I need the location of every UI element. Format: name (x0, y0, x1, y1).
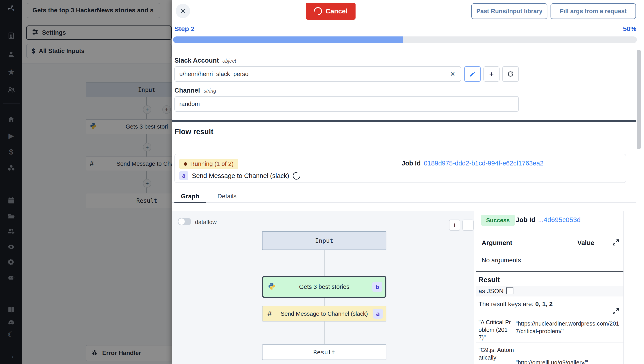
tab-details[interactable]: Details (210, 193, 244, 200)
graph-node-slack[interactable]: # Send Message to Channel (slack) a (262, 306, 386, 322)
flow-result-card: Running (1 of 2) Job Id 0189d975-ddd2-b1… (174, 154, 626, 183)
loading-spinner-icon (291, 170, 302, 181)
clear-icon[interactable]: ✕ (450, 70, 455, 78)
job-id-row: Job Id ...4d695c053d (516, 216, 581, 224)
expand-icon[interactable] (612, 307, 620, 316)
progress-bar (173, 36, 637, 43)
result-row-value[interactable]: "http://omrelli.ug/g9/gallery/" (516, 359, 624, 364)
job-result-panel: Success Job Id ...4d695c053d Argument Va… (476, 211, 624, 364)
value-header: Value (577, 239, 594, 246)
job-id-link[interactable]: 0189d975-ddd2-b1cd-994f-e62cf1763ea2 (424, 160, 544, 167)
python-icon (268, 282, 276, 292)
current-step-row: a Send Message to Channel (slack) (179, 171, 300, 180)
result-keys-line: The result keys are: 0, 1, 2 (478, 300, 553, 308)
zoom-out-button[interactable]: − (462, 220, 474, 231)
fill-args-button[interactable]: Fill args from a request (550, 3, 636, 19)
success-badge: Success (481, 215, 515, 226)
as-json-checkbox[interactable] (506, 287, 514, 294)
node-badge: a (373, 309, 383, 318)
past-runs-button[interactable]: Past Runs/Input library (471, 3, 548, 19)
job-id-short-link[interactable]: ...4d695c053d (538, 216, 580, 224)
plus-icon: + (489, 70, 494, 78)
edit-resource-button[interactable] (464, 66, 481, 82)
run-drawer: ✕ Cancel Past Runs/Input library Fill ar… (172, 0, 644, 364)
resize-handle[interactable] (172, 120, 636, 122)
graph-node-result[interactable]: Result (262, 344, 386, 360)
flow-result-heading: Flow result (174, 128, 213, 136)
dataflow-toggle[interactable] (178, 218, 191, 226)
result-row-key: "A Critical Problem (2017)" (478, 318, 514, 342)
argument-header: Argument (482, 239, 512, 246)
job-id-row: Job Id 0189d975-ddd2-b1cd-994f-e62cf1763… (402, 160, 544, 167)
table-border (476, 342, 624, 343)
spinner-icon (312, 6, 324, 17)
channel-label: Channelstring (174, 87, 216, 94)
connector-line (324, 250, 324, 277)
status-dot (184, 162, 187, 166)
cancel-button[interactable]: Cancel (306, 3, 356, 20)
field-type: string (204, 88, 216, 94)
scrollbar[interactable] (637, 50, 641, 149)
close-button[interactable]: ✕ (176, 4, 190, 18)
graph-panel[interactable]: dataflow + − Input Gets 3 best stories b… (172, 211, 474, 364)
result-row-value[interactable]: "https://nucleardiner.wordpress.com/2017… (516, 320, 624, 342)
status-badge: Running (1 of 2) (179, 159, 238, 169)
channel-input[interactable]: random (174, 96, 519, 112)
slack-account-input[interactable]: u/henri/henri_slack_perso ✕ (174, 66, 461, 82)
result-heading: Result (478, 276, 500, 284)
result-keys: 0, 1, 2 (535, 300, 553, 308)
step-badge: a (179, 171, 188, 180)
divider (476, 252, 624, 252)
slack-hash-icon: # (268, 310, 272, 318)
app-screen: Gets the top 3 HackerNews stories and s … (0, 0, 644, 364)
node-badge: b (372, 282, 382, 292)
divider-dark (476, 272, 624, 272)
modal-overlay[interactable] (0, 0, 172, 364)
divider (174, 145, 636, 145)
tab-border (172, 202, 636, 203)
dataflow-label: dataflow (195, 219, 217, 226)
graph-node-python[interactable]: Gets 3 best stories b (262, 276, 386, 298)
zoom-in-button[interactable]: + (449, 220, 460, 231)
add-resource-button[interactable]: + (484, 66, 500, 82)
tab-graph[interactable]: Graph (174, 193, 206, 200)
field-type: object (222, 58, 236, 64)
result-row-key: "G9.js: Automatically (478, 346, 516, 364)
close-icon: ✕ (180, 7, 186, 15)
step-label: Step 2 (174, 25, 194, 33)
graph-node-input[interactable]: Input (262, 231, 386, 250)
refresh-icon (507, 71, 514, 77)
table-border (476, 314, 624, 314)
progress-percent: 50% (623, 25, 636, 33)
as-json-row: as JSON (476, 286, 624, 296)
connector-line (324, 297, 324, 306)
pencil-icon (469, 71, 476, 77)
cancel-label: Cancel (326, 8, 348, 15)
no-arguments-text: No arguments (482, 257, 521, 264)
drawer-header: ✕ Cancel Past Runs/Input library Fill ar… (172, 0, 644, 22)
toggle-knob (178, 218, 185, 225)
slack-account-label: Slack Accountobject (174, 57, 236, 64)
connector-line (324, 321, 324, 345)
refresh-button[interactable] (502, 66, 519, 82)
active-tab-underline (174, 202, 206, 203)
expand-icon[interactable] (612, 238, 620, 247)
progress-fill (173, 36, 403, 43)
